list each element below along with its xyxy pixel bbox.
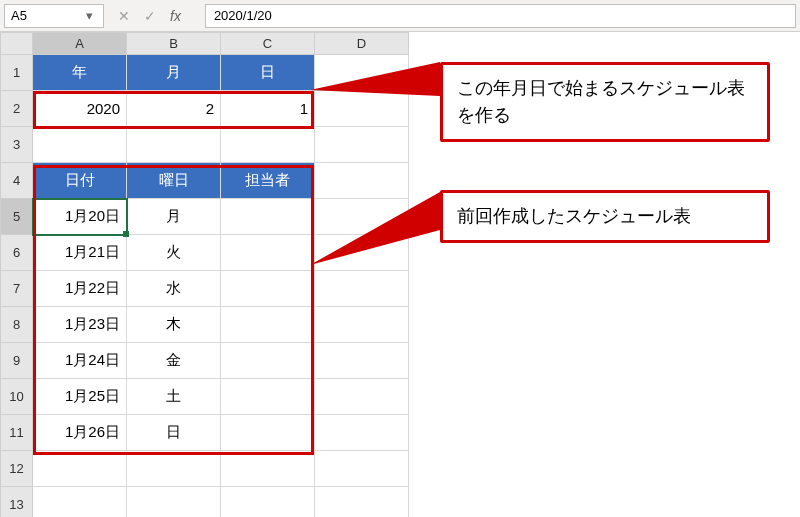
cancel-icon[interactable]: ✕ xyxy=(118,8,130,24)
cell[interactable] xyxy=(221,451,315,487)
cell-selected[interactable]: 1月20日 xyxy=(33,199,127,235)
cell[interactable]: 1月26日 xyxy=(33,415,127,451)
chevron-down-icon[interactable]: ▾ xyxy=(81,8,97,23)
cell[interactable] xyxy=(221,379,315,415)
callout-1-text: この年月日で始まるスケジュール表を作る xyxy=(457,78,745,125)
cell[interactable] xyxy=(33,451,127,487)
row-header[interactable]: 6 xyxy=(1,235,33,271)
col-header-A[interactable]: A xyxy=(33,33,127,55)
formula-bar[interactable]: 2020/1/20 xyxy=(205,4,796,28)
cell[interactable]: 日 xyxy=(221,55,315,91)
cell[interactable]: 土 xyxy=(127,379,221,415)
cell[interactable]: 1月25日 xyxy=(33,379,127,415)
formula-bar-row: A5 ▾ ✕ ✓ fx 2020/1/20 xyxy=(0,0,800,32)
col-header-D[interactable]: D xyxy=(315,33,409,55)
callout-2: 前回作成したスケジュール表 xyxy=(440,190,770,243)
cell[interactable] xyxy=(221,307,315,343)
cell[interactable] xyxy=(221,235,315,271)
cell[interactable]: 月 xyxy=(127,55,221,91)
cell[interactable] xyxy=(33,487,127,518)
cell[interactable]: 金 xyxy=(127,343,221,379)
cell[interactable] xyxy=(127,127,221,163)
row-header[interactable]: 11 xyxy=(1,415,33,451)
cell[interactable]: 1 xyxy=(221,91,315,127)
row-header[interactable]: 9 xyxy=(1,343,33,379)
cell[interactable]: 日 xyxy=(127,415,221,451)
col-header-B[interactable]: B xyxy=(127,33,221,55)
row-header[interactable]: 12 xyxy=(1,451,33,487)
cell[interactable]: 日付 xyxy=(33,163,127,199)
row-header[interactable]: 2 xyxy=(1,91,33,127)
cell[interactable]: 担当者 xyxy=(221,163,315,199)
cell[interactable] xyxy=(221,199,315,235)
row-header[interactable]: 13 xyxy=(1,487,33,518)
grid[interactable]: A B C D 1 年 月 日 2 2020 2 1 3 4 日付 xyxy=(0,32,409,517)
cell[interactable] xyxy=(127,487,221,518)
name-box-value: A5 xyxy=(11,8,27,23)
cell[interactable] xyxy=(221,127,315,163)
row-header[interactable]: 7 xyxy=(1,271,33,307)
cell[interactable] xyxy=(221,271,315,307)
fx-icon[interactable]: fx xyxy=(170,8,181,24)
cell[interactable] xyxy=(315,343,409,379)
cell[interactable] xyxy=(315,271,409,307)
cell[interactable] xyxy=(315,91,409,127)
col-header-C[interactable]: C xyxy=(221,33,315,55)
cell[interactable] xyxy=(315,235,409,271)
cell[interactable] xyxy=(315,163,409,199)
cell[interactable] xyxy=(221,487,315,518)
cell[interactable] xyxy=(315,55,409,91)
cell[interactable]: 木 xyxy=(127,307,221,343)
row-header[interactable]: 4 xyxy=(1,163,33,199)
formula-icons: ✕ ✓ fx xyxy=(118,8,191,24)
row-header[interactable]: 10 xyxy=(1,379,33,415)
check-icon[interactable]: ✓ xyxy=(144,8,156,24)
cell[interactable]: 1月24日 xyxy=(33,343,127,379)
row-header[interactable]: 8 xyxy=(1,307,33,343)
cell[interactable]: 曜日 xyxy=(127,163,221,199)
cell[interactable] xyxy=(33,127,127,163)
cell[interactable]: 火 xyxy=(127,235,221,271)
cell[interactable]: 2020 xyxy=(33,91,127,127)
callout-1: この年月日で始まるスケジュール表を作る xyxy=(440,62,770,142)
cell[interactable] xyxy=(315,127,409,163)
row-header[interactable]: 3 xyxy=(1,127,33,163)
cell[interactable] xyxy=(315,379,409,415)
cell[interactable]: 月 xyxy=(127,199,221,235)
row-header[interactable]: 5 xyxy=(1,199,33,235)
name-box[interactable]: A5 ▾ xyxy=(4,4,104,28)
cell[interactable] xyxy=(127,451,221,487)
callout-2-text: 前回作成したスケジュール表 xyxy=(457,206,691,226)
cell[interactable]: 1月21日 xyxy=(33,235,127,271)
cell[interactable]: 1月23日 xyxy=(33,307,127,343)
cell[interactable]: 年 xyxy=(33,55,127,91)
cell[interactable] xyxy=(315,487,409,518)
cell[interactable]: 1月22日 xyxy=(33,271,127,307)
cell[interactable] xyxy=(315,415,409,451)
cell[interactable] xyxy=(315,307,409,343)
select-all-corner[interactable] xyxy=(1,33,33,55)
row-header[interactable]: 1 xyxy=(1,55,33,91)
cell[interactable] xyxy=(315,199,409,235)
cell[interactable] xyxy=(221,415,315,451)
cell[interactable] xyxy=(315,451,409,487)
cell[interactable]: 水 xyxy=(127,271,221,307)
cell[interactable]: 2 xyxy=(127,91,221,127)
cell[interactable] xyxy=(221,343,315,379)
formula-bar-value: 2020/1/20 xyxy=(214,8,272,23)
